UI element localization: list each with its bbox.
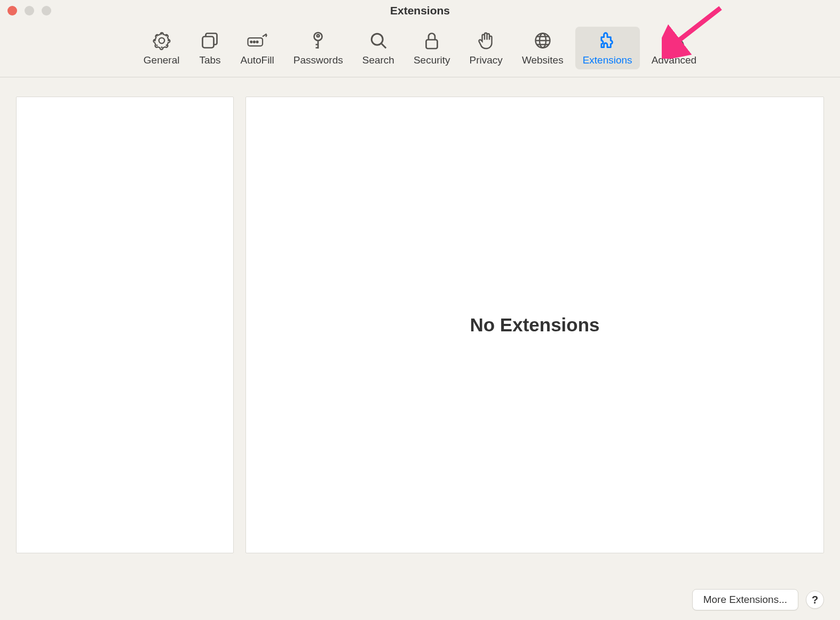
toolbar-item-autofill[interactable]: AutoFill: [233, 27, 281, 69]
hand-icon: [476, 30, 497, 51]
svg-point-12: [669, 37, 673, 42]
more-extensions-button[interactable]: More Extensions...: [692, 589, 798, 610]
toolbar-label: Tabs: [199, 54, 220, 66]
svg-point-0: [159, 38, 164, 44]
lock-icon: [421, 30, 442, 51]
toolbar-label: AutoFill: [240, 54, 274, 66]
gears-icon: [663, 30, 685, 51]
autofill-icon: [247, 30, 268, 51]
gear-icon: [151, 30, 172, 51]
svg-point-7: [317, 35, 320, 37]
toolbar-item-general[interactable]: General: [136, 27, 187, 69]
toolbar-label: Privacy: [470, 54, 503, 66]
key-icon: [307, 30, 329, 51]
toolbar-item-extensions[interactable]: Extensions: [575, 27, 640, 69]
toolbar-label: Advanced: [652, 54, 697, 66]
traffic-lights: [7, 6, 51, 15]
svg-point-8: [371, 34, 383, 45]
toolbar-label: Passwords: [294, 54, 343, 66]
search-icon: [368, 30, 389, 51]
svg-point-5: [257, 41, 258, 43]
svg-point-14: [678, 43, 681, 46]
preferences-toolbar: General Tabs AutoFill: [0, 21, 840, 77]
svg-rect-1: [203, 37, 214, 48]
puzzle-icon: [597, 30, 618, 51]
svg-point-3: [250, 41, 252, 43]
svg-point-13: [665, 34, 676, 44]
globe-icon: [532, 30, 553, 51]
minimize-window-button[interactable]: [25, 6, 34, 15]
toolbar-label: Extensions: [583, 54, 632, 66]
maximize-window-button[interactable]: [42, 6, 51, 15]
toolbar-item-websites[interactable]: Websites: [514, 27, 571, 69]
window-title: Extensions: [390, 4, 450, 17]
svg-point-15: [676, 41, 683, 48]
toolbar-item-security[interactable]: Security: [406, 27, 458, 69]
toolbar-label: Security: [414, 54, 450, 66]
help-button[interactable]: ?: [806, 591, 824, 609]
titlebar: Extensions: [0, 0, 840, 21]
tabs-icon: [199, 30, 220, 51]
svg-rect-9: [426, 40, 438, 49]
extension-detail-panel: No Extensions: [245, 97, 824, 553]
no-extensions-message: No Extensions: [470, 314, 599, 336]
toolbar-item-tabs[interactable]: Tabs: [191, 27, 228, 69]
toolbar-label: Websites: [522, 54, 564, 66]
toolbar-item-search[interactable]: Search: [355, 27, 402, 69]
close-window-button[interactable]: [7, 6, 17, 15]
toolbar-item-privacy[interactable]: Privacy: [462, 27, 510, 69]
extensions-list-panel: [16, 97, 234, 553]
svg-point-4: [253, 41, 255, 43]
toolbar-item-advanced[interactable]: Advanced: [644, 27, 704, 69]
toolbar-item-passwords[interactable]: Passwords: [286, 27, 351, 69]
content-area: No Extensions: [0, 77, 840, 563]
toolbar-label: Search: [362, 54, 394, 66]
toolbar-label: General: [144, 54, 180, 66]
footer: More Extensions... ?: [692, 589, 824, 610]
